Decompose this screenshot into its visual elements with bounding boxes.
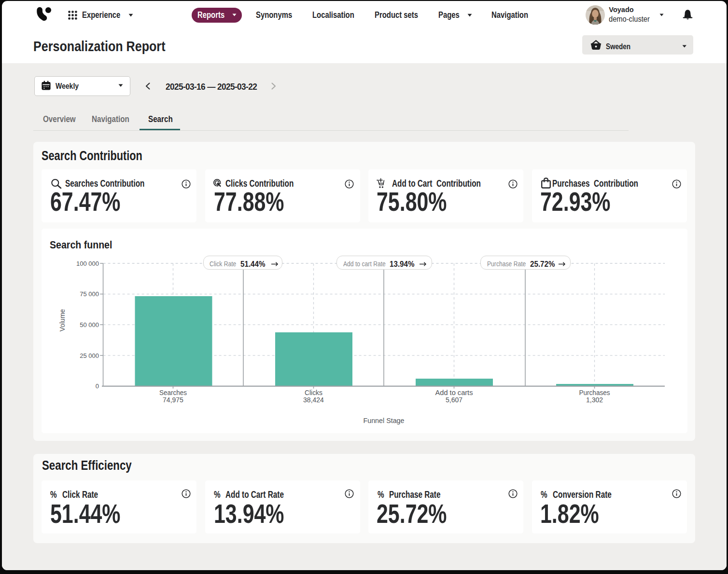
svg-text:75 000: 75 000 xyxy=(80,290,99,298)
svg-text:38,424: 38,424 xyxy=(303,396,324,404)
svg-text:25 000: 25 000 xyxy=(80,352,99,359)
svg-text:74,975: 74,975 xyxy=(163,396,183,404)
svg-text:0: 0 xyxy=(96,383,99,390)
svg-text:Searches: Searches xyxy=(159,388,187,396)
svg-text:Clicks: Clicks xyxy=(305,388,322,396)
svg-text:5,607: 5,607 xyxy=(446,396,462,404)
svg-text:Add to carts: Add to carts xyxy=(435,388,473,396)
svg-text:100 000: 100 000 xyxy=(76,260,99,267)
svg-text:Purchases: Purchases xyxy=(579,388,610,396)
svg-text:50 000: 50 000 xyxy=(80,321,99,328)
svg-text:1,302: 1,302 xyxy=(586,396,603,404)
svg-text:Volume: Volume xyxy=(58,309,66,332)
svg-text:Funnel Stage: Funnel Stage xyxy=(364,417,405,424)
